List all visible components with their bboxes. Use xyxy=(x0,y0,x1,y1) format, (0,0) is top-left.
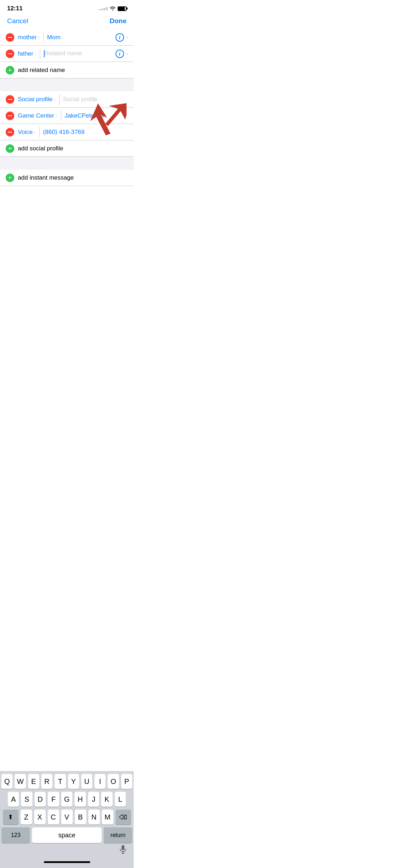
mother-row: mother › Mom i › xyxy=(0,29,134,46)
social-profile-relation-label[interactable]: Social profile › xyxy=(18,96,56,103)
section-separator-2 xyxy=(0,157,134,170)
status-time: 12:11 xyxy=(7,5,22,12)
add-instant-message-row[interactable]: + add instant message xyxy=(0,170,134,186)
delete-voice-button[interactable] xyxy=(6,128,14,136)
game-center-value[interactable]: JakeCPeterson xyxy=(65,112,128,119)
father-row: father › Related name i › xyxy=(0,46,134,62)
social-profiles-section: Social profile › Social profile Game Cen… xyxy=(0,91,134,157)
divider xyxy=(59,94,60,105)
delete-mother-button[interactable] xyxy=(6,33,14,42)
add-social-profile-row[interactable]: + add social profile xyxy=(0,140,134,157)
voice-value[interactable]: (860) 416-3769 xyxy=(43,129,128,136)
battery-icon xyxy=(118,6,127,11)
add-social-profile-button[interactable]: + xyxy=(6,144,14,153)
father-info-button[interactable]: i xyxy=(115,50,124,58)
add-instant-message-label: add instant message xyxy=(18,174,74,181)
social-profile-row: Social profile › Social profile xyxy=(0,91,134,108)
done-button[interactable]: Done xyxy=(110,17,127,25)
voice-relation-label[interactable]: Voice › xyxy=(18,129,36,136)
mother-row-chevron-icon: › xyxy=(126,34,128,41)
add-related-name-row[interactable]: + add related name xyxy=(0,62,134,78)
social-profile-chevron-icon: › xyxy=(54,97,56,102)
game-center-row: Game Center › JakeCPeterson xyxy=(0,108,134,124)
social-profile-value[interactable]: Social profile xyxy=(63,96,128,103)
mother-relation-label[interactable]: mother › xyxy=(18,34,40,41)
add-related-name-label: add related name xyxy=(18,67,65,74)
add-related-name-button[interactable]: + xyxy=(6,66,14,74)
status-icons xyxy=(98,6,127,11)
voice-chevron-icon: › xyxy=(34,129,36,135)
father-input[interactable]: Related name xyxy=(44,50,115,57)
wifi-icon xyxy=(110,6,115,11)
instant-message-section: + add instant message xyxy=(0,170,134,186)
mother-chevron-icon: › xyxy=(38,35,40,40)
game-center-chevron-icon: › xyxy=(56,113,57,119)
father-relation-label[interactable]: father › xyxy=(18,50,36,57)
divider xyxy=(40,48,40,59)
divider xyxy=(61,110,61,121)
related-names-section: mother › Mom i › father › Related name i… xyxy=(0,29,134,78)
delete-game-center-button[interactable] xyxy=(6,112,14,120)
signal-icon xyxy=(98,7,108,10)
divider xyxy=(39,127,40,138)
nav-bar: Cancel Done xyxy=(0,14,134,29)
father-row-chevron-icon: › xyxy=(126,51,128,57)
mother-value[interactable]: Mom xyxy=(47,34,115,41)
section-separator-1 xyxy=(0,78,134,91)
delete-social-profile-button[interactable] xyxy=(6,95,14,104)
add-social-profile-label: add social profile xyxy=(18,145,63,152)
cancel-button[interactable]: Cancel xyxy=(7,17,28,25)
divider xyxy=(43,32,44,43)
father-chevron-icon: › xyxy=(35,51,36,57)
status-bar: 12:11 xyxy=(0,0,134,14)
voice-row: Voice › (860) 416-3769 xyxy=(0,124,134,140)
game-center-relation-label[interactable]: Game Center › xyxy=(18,112,57,119)
add-instant-message-button[interactable]: + xyxy=(6,174,14,182)
mother-info-button[interactable]: i xyxy=(115,33,124,42)
delete-father-button[interactable] xyxy=(6,50,14,58)
